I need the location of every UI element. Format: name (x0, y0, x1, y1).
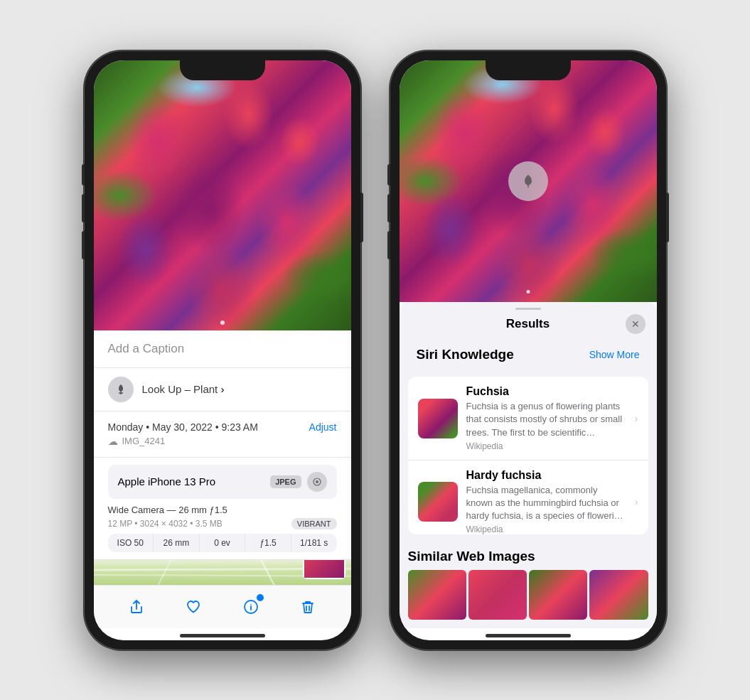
exif-shutter: 1/181 s (291, 534, 337, 552)
right-power-button[interactable] (666, 193, 669, 242)
jpeg-badge: JPEG (270, 475, 301, 488)
svg-line-4 (158, 560, 171, 585)
cloud-icon: ☁ (108, 436, 118, 447)
map-section[interactable] (94, 560, 351, 585)
show-more-button[interactable]: Show More (581, 343, 648, 363)
svg-point-7 (250, 603, 252, 605)
right-phone-screen: Results ✕ Siri Knowledge Show More (400, 60, 657, 640)
info-section: Monday • May 30, 2022 • 9:23 AM Adjust ☁… (94, 411, 351, 458)
right-phone: Results ✕ Siri Knowledge Show More (390, 50, 667, 650)
similar-image-4[interactable] (589, 570, 648, 620)
share-button[interactable] (124, 594, 149, 620)
siri-knowledge-card: Fuchsia Fuchsia is a genus of flowering … (408, 377, 648, 534)
hardy-fuchsia-description: Fuchsia magellanica, commonly known as t… (466, 484, 626, 523)
exif-row: ISO 50 26 mm 0 ev ƒ1.5 1/181 s (108, 534, 337, 552)
fuchsia-description: Fuchsia is a genus of flowering plants t… (466, 400, 626, 439)
adjust-button[interactable]: Adjust (309, 421, 337, 433)
fuchsia-chevron-icon: › (635, 413, 638, 424)
svg-point-1 (316, 480, 318, 483)
right-photo-section[interactable] (400, 60, 657, 302)
date-text: Monday • May 30, 2022 • 9:23 AM (108, 421, 258, 433)
exif-iso: ISO 50 (108, 534, 154, 552)
lookup-label: Look Up – Plant › (142, 383, 225, 395)
siri-knowledge-header-row: Siri Knowledge Show More (400, 338, 657, 371)
toolbar (94, 585, 351, 628)
siri-visual-lookup-button[interactable] (508, 161, 548, 201)
close-button[interactable]: ✕ (626, 314, 645, 334)
hardy-fuchsia-title: Hardy fuchsia (466, 469, 626, 482)
right-photo-background (400, 60, 657, 302)
map-photo-thumbnail (303, 560, 345, 579)
flower-overlay (94, 60, 351, 330)
results-sheet: Results ✕ Siri Knowledge Show More (400, 302, 657, 628)
filename: IMG_4241 (122, 436, 166, 446)
exif-aperture: ƒ1.5 (245, 534, 291, 552)
fuchsia-source: Wikipedia (466, 441, 626, 451)
hardy-fuchsia-result-item[interactable]: Hardy fuchsia Fuchsia magellanica, commo… (408, 460, 648, 534)
hardy-fuchsia-thumb-image (418, 482, 458, 522)
right-page-dot (526, 290, 530, 294)
power-button[interactable] (360, 193, 363, 242)
exif-focal: 26 mm (154, 534, 200, 552)
volume-up-button[interactable] (82, 194, 85, 222)
delete-button[interactable] (295, 594, 321, 620)
right-volume-up-button[interactable] (387, 194, 390, 222)
device-row: Apple iPhone 13 Pro JPEG (108, 465, 337, 499)
fuchsia-thumbnail (418, 399, 458, 438)
fuchsia-result-item[interactable]: Fuchsia Fuchsia is a genus of flowering … (408, 377, 648, 460)
similar-image-2[interactable] (468, 570, 527, 620)
camera-info: Wide Camera — 26 mm ƒ1.5 (108, 505, 337, 515)
camera-settings-icon[interactable] (307, 472, 327, 492)
map-background (94, 560, 351, 585)
info-badge-dot (255, 593, 265, 603)
device-section: Apple iPhone 13 Pro JPEG Wide Camera — 2… (94, 458, 351, 560)
resolution-text: 12 MP • 3024 × 4032 • 3.5 MB (108, 519, 223, 529)
vibrant-badge: VIBRANT (291, 518, 337, 529)
favorite-button[interactable] (181, 594, 206, 620)
lookup-icon (108, 377, 134, 402)
hardy-fuchsia-source: Wikipedia (466, 524, 626, 534)
similar-image-3[interactable] (529, 570, 587, 620)
right-volume-down-button[interactable] (387, 231, 390, 259)
hardy-fuchsia-thumbnail (418, 482, 458, 522)
resolution-row: 12 MP • 3024 × 4032 • 3.5 MB VIBRANT (108, 518, 337, 529)
mute-button[interactable] (82, 164, 85, 185)
leaf-icon (519, 172, 537, 190)
page-indicator-dot (220, 321, 225, 325)
similar-images-row (400, 570, 657, 628)
caption-area[interactable]: Add a Caption (94, 330, 351, 368)
caption-placeholder[interactable]: Add a Caption (108, 342, 185, 355)
similar-image-1[interactable] (408, 570, 466, 620)
exif-ev: 0 ev (200, 534, 246, 552)
fuchsia-thumb-image (418, 399, 458, 438)
svg-line-5 (261, 560, 274, 585)
right-home-indicator (486, 634, 571, 637)
left-phone-screen: Add a Caption Look Up – Plant › (94, 60, 351, 640)
sheet-title: Results (506, 317, 550, 331)
info-button[interactable] (238, 594, 264, 620)
siri-knowledge-label: Siri Knowledge (408, 341, 523, 365)
hardy-fuchsia-chevron-icon: › (635, 496, 638, 507)
lookup-row[interactable]: Look Up – Plant › (94, 368, 351, 411)
hardy-fuchsia-content: Hardy fuchsia Fuchsia magellanica, commo… (466, 469, 626, 534)
badges: JPEG (270, 472, 326, 492)
right-notch (486, 60, 571, 80)
volume-down-button[interactable] (82, 231, 85, 259)
similar-images-label: Similar Web Images (400, 540, 657, 570)
left-phone: Add a Caption Look Up – Plant › (84, 50, 361, 650)
device-name: Apple iPhone 13 Pro (118, 475, 216, 488)
photo-background (94, 60, 351, 330)
fuchsia-content: Fuchsia Fuchsia is a genus of flowering … (466, 385, 626, 451)
sheet-header: Results ✕ (400, 310, 657, 338)
notch (180, 60, 265, 80)
fuchsia-title: Fuchsia (466, 385, 626, 398)
right-mute-button[interactable] (387, 164, 390, 185)
home-indicator (180, 634, 265, 637)
photo-section[interactable] (94, 60, 351, 330)
